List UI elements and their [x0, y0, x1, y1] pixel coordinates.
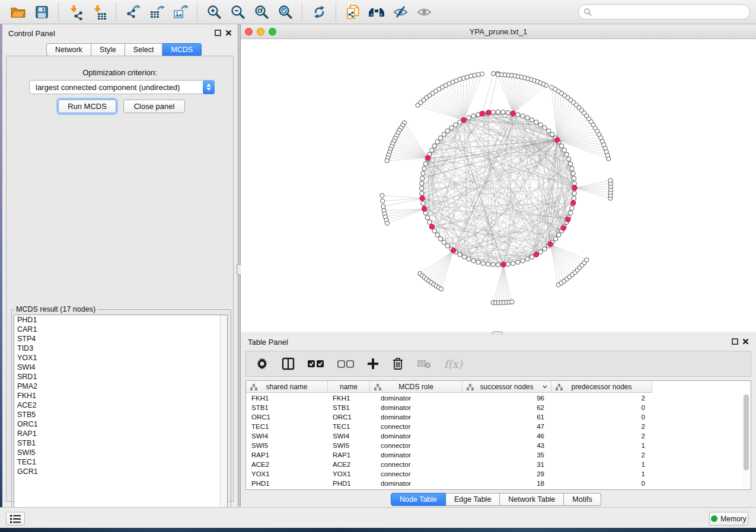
table-row[interactable]: TEC1TEC1connector472	[246, 422, 743, 431]
run-mcds-button[interactable]: Run MCDS	[58, 100, 116, 113]
network-node[interactable]	[432, 229, 436, 233]
mcds-result-item[interactable]: SWI4	[14, 363, 227, 372]
network-node[interactable]	[553, 236, 557, 241]
network-node[interactable]	[567, 157, 571, 161]
table-scrollbar-thumb[interactable]	[744, 395, 749, 470]
network-node[interactable]	[538, 123, 543, 127]
network-node[interactable]	[525, 257, 529, 261]
network-node[interactable]	[543, 247, 547, 251]
table-row[interactable]: STB1STB1dominator620	[246, 403, 743, 412]
mcds-node[interactable]	[548, 242, 553, 246]
close-panel-button[interactable]: Close panel	[123, 100, 185, 113]
memory-button[interactable]: Memory	[709, 512, 748, 525]
select-all-icon[interactable]	[308, 355, 324, 373]
mcds-node[interactable]	[422, 207, 427, 211]
search-box[interactable]	[578, 4, 750, 20]
tab-motifs[interactable]: Motifs	[564, 493, 601, 506]
network-node[interactable]	[449, 126, 454, 130]
network-node[interactable]	[471, 259, 476, 263]
tab-node-table[interactable]: Node Table	[391, 493, 446, 506]
mcds-node[interactable]	[555, 137, 560, 142]
mcds-node[interactable]	[511, 111, 515, 116]
export-network-icon[interactable]	[124, 3, 142, 21]
tab-mcds[interactable]: MCDS	[162, 43, 202, 56]
column-header-predecessor-nodes[interactable]: predecessor nodes	[551, 381, 652, 393]
network-node[interactable]	[572, 196, 576, 200]
mcds-result-item[interactable]: YOX1	[14, 353, 227, 363]
optimization-criterion-select[interactable]: largest connected component (undirected)	[29, 80, 215, 94]
network-node[interactable]	[496, 110, 500, 114]
tab-edge-table[interactable]: Edge Table	[446, 493, 500, 506]
table-row[interactable]: FKH1FKH1dominator962	[246, 393, 743, 403]
column-header-MCDS-role[interactable]: MCDS role	[370, 381, 462, 393]
network-node[interactable]	[557, 233, 561, 237]
network-node[interactable]	[572, 191, 576, 196]
network-node[interactable]	[421, 171, 425, 175]
panel-list-button[interactable]	[6, 512, 25, 525]
mcds-result-item[interactable]: SWI5	[14, 448, 227, 457]
show-all-icon[interactable]	[415, 3, 433, 21]
network-node[interactable]	[608, 178, 613, 182]
search-network-icon[interactable]	[368, 3, 385, 21]
network-node[interactable]	[510, 300, 514, 304]
mcds-result-item[interactable]: STB1	[14, 438, 227, 448]
network-node[interactable]	[435, 140, 439, 144]
network-node[interactable]	[585, 258, 589, 262]
network-node[interactable]	[422, 166, 426, 171]
column-header-name[interactable]: name	[328, 381, 370, 393]
mcds-node[interactable]	[572, 185, 577, 190]
network-node[interactable]	[550, 132, 554, 136]
network-node[interactable]	[428, 220, 432, 224]
mcds-result-item[interactable]: STP4	[14, 334, 227, 344]
network-node[interactable]	[467, 257, 471, 261]
import-table-icon[interactable]	[90, 3, 108, 21]
settings-gear-icon[interactable]	[256, 355, 269, 373]
network-node[interactable]	[420, 191, 424, 196]
network-node[interactable]	[506, 110, 510, 114]
table-row[interactable]: PHD1PHD1dominator180	[246, 479, 743, 488]
network-node[interactable]	[486, 262, 490, 266]
tab-network-table[interactable]: Network Table	[500, 493, 564, 506]
network-node[interactable]	[572, 177, 576, 181]
network-node[interactable]	[438, 136, 442, 140]
mcds-result-item[interactable]: CAR1	[14, 325, 227, 334]
mcds-list-scrollbar[interactable]	[220, 315, 227, 525]
network-node[interactable]	[380, 193, 384, 197]
network-node[interactable]	[425, 216, 429, 220]
close-panel-icon[interactable]	[225, 30, 232, 36]
network-node[interactable]	[562, 148, 566, 152]
network-node[interactable]	[534, 120, 538, 124]
network-node[interactable]	[569, 211, 573, 215]
network-node[interactable]	[564, 152, 569, 156]
column-header-shared-name[interactable]: shared name	[246, 381, 328, 393]
network-node[interactable]	[416, 103, 420, 107]
network-node[interactable]	[435, 233, 439, 237]
network-node[interactable]	[571, 171, 575, 175]
network-node[interactable]	[560, 144, 564, 148]
mcds-node[interactable]	[501, 262, 506, 267]
network-node[interactable]	[572, 181, 576, 185]
network-node[interactable]	[501, 110, 505, 114]
search-input[interactable]	[592, 8, 745, 16]
mcds-result-item[interactable]: PMA2	[14, 382, 227, 391]
network-node[interactable]	[420, 181, 424, 185]
zoom-in-icon[interactable]	[205, 3, 223, 21]
network-node[interactable]	[529, 118, 534, 122]
network-node[interactable]	[550, 85, 554, 89]
network-node[interactable]	[442, 132, 446, 136]
network-node[interactable]	[569, 162, 573, 166]
network-canvas[interactable]	[241, 39, 755, 331]
float-panel-icon[interactable]	[215, 30, 221, 36]
network-node[interactable]	[438, 236, 442, 241]
network-node[interactable]	[462, 255, 466, 259]
network-window-titlebar[interactable]: YPA_prune.txt_1	[241, 24, 756, 39]
network-node[interactable]	[385, 221, 390, 225]
zoom-fit-icon[interactable]	[253, 3, 270, 21]
network-node[interactable]	[521, 259, 525, 263]
table-row[interactable]: YOX1YOX1connector291	[246, 469, 743, 479]
network-node[interactable]	[419, 186, 423, 190]
mcds-result-item[interactable]: GCR1	[14, 467, 227, 476]
mcds-result-item[interactable]: RAP1	[14, 429, 227, 438]
export-table-icon[interactable]	[148, 3, 165, 21]
mcds-result-item[interactable]: TEC1	[14, 457, 227, 467]
